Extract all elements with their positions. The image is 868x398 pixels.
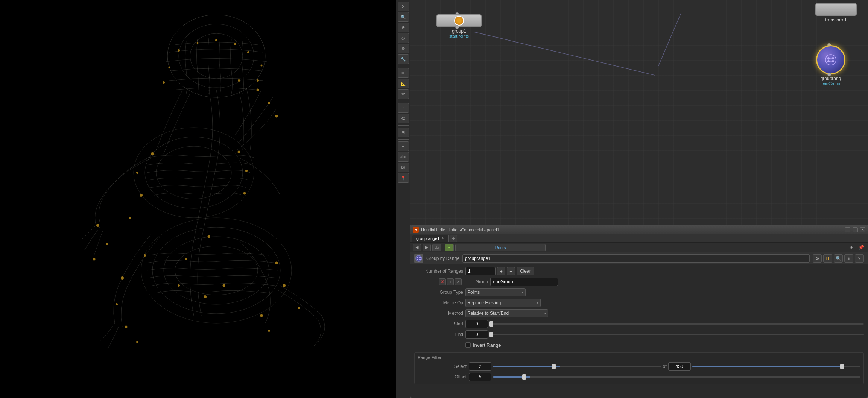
node-group1-sublabel: startPoints xyxy=(449,34,469,38)
start-slider-handle[interactable] xyxy=(489,321,493,327)
select-slider-handle[interactable] xyxy=(552,364,556,369)
svg-point-5 xyxy=(156,146,231,199)
toolbar-btn-circle[interactable]: ◎ xyxy=(398,33,409,43)
method-select[interactable]: Relative to Start/End Absolute xyxy=(465,309,548,317)
svg-point-63 xyxy=(419,259,421,260)
param-number-of-ranges: Number of Ranges + − Clear xyxy=(414,267,864,276)
param-row-icons: ✕ + ✓ xyxy=(414,278,463,285)
tab-grouprange1[interactable]: grouprange1 ✕ xyxy=(412,235,449,242)
end-value xyxy=(465,330,864,339)
svg-point-13 xyxy=(234,43,236,45)
svg-point-27 xyxy=(106,243,108,245)
svg-point-21 xyxy=(136,172,138,174)
svg-point-36 xyxy=(298,307,300,309)
nav-back-button[interactable]: ◀ xyxy=(413,244,421,251)
gear-action-button[interactable]: ⚙ xyxy=(813,254,822,263)
node-grouprange-sublabel: endGroup xyxy=(822,81,840,86)
toolbar-btn-42[interactable]: 42 xyxy=(398,114,409,123)
of-slider-handle[interactable] xyxy=(840,364,844,369)
start-input[interactable] xyxy=(465,320,488,328)
node-group1-label: group1 xyxy=(452,29,466,34)
row-add-button[interactable]: + xyxy=(447,278,454,285)
toolbar-btn-pin[interactable]: 📍 xyxy=(398,173,409,183)
select-label: Select xyxy=(418,364,467,369)
svg-point-45 xyxy=(204,295,207,298)
svg-point-34 xyxy=(275,262,278,264)
row-delete-button[interactable]: ✕ xyxy=(439,278,446,285)
tab-close-icon[interactable]: ✕ xyxy=(442,236,445,240)
clear-button[interactable]: Clear xyxy=(517,267,534,275)
maximize-button[interactable]: □ xyxy=(853,227,858,232)
number-of-ranges-input[interactable] xyxy=(465,267,496,275)
merge-op-select[interactable]: Replace Existing Union Intersect Subtrac… xyxy=(465,299,541,307)
search-action-button[interactable]: 🔍 xyxy=(834,254,843,263)
nav-path-display[interactable]: Roots xyxy=(455,244,546,251)
node-group1[interactable]: group1 startPoints xyxy=(436,14,482,38)
select-value-row: of xyxy=(469,362,860,371)
toolbar-btn-grid[interactable]: ⊞ xyxy=(398,128,409,137)
offset-label: Offset xyxy=(418,374,467,380)
row-confirm-button[interactable]: ✓ xyxy=(455,278,462,285)
end-input[interactable] xyxy=(465,330,488,339)
node-grouprange[interactable]: grouprang endGroup xyxy=(816,45,845,86)
group-value xyxy=(490,278,864,286)
ranges-decrement-button[interactable]: − xyxy=(507,267,515,275)
nav-action-icon[interactable]: ⊞ xyxy=(847,244,856,251)
houdini-h-button[interactable]: H xyxy=(823,254,832,263)
svg-point-22 xyxy=(245,170,248,172)
toolbar-btn-arrows[interactable]: ↕ xyxy=(398,103,409,113)
toolbar-btn-minus[interactable]: − xyxy=(398,141,409,151)
svg-point-8 xyxy=(164,237,269,304)
svg-point-18 xyxy=(257,79,259,82)
group-type-select[interactable]: Points Primitives Edges xyxy=(465,288,526,296)
node-graph[interactable]: transform1 group1 startPoints xyxy=(410,0,868,225)
svg-point-41 xyxy=(275,115,278,118)
svg-point-23 xyxy=(140,194,143,197)
svg-point-11 xyxy=(197,42,199,44)
select-slider[interactable] xyxy=(493,366,661,367)
grouprange-conn-bottom xyxy=(827,73,831,76)
help-action-button[interactable]: ? xyxy=(855,254,864,263)
toolbar-btn-image[interactable]: 🖼 xyxy=(398,163,409,172)
nav-pin-icon[interactable]: 📌 xyxy=(857,244,865,251)
toolbar-btn-12[interactable]: 12 xyxy=(398,89,409,99)
offset-input[interactable] xyxy=(469,373,491,381)
ranges-increment-button[interactable]: + xyxy=(497,267,505,275)
tab-label: grouprange1 xyxy=(416,236,439,241)
start-slider[interactable] xyxy=(489,323,864,325)
node-transform1[interactable]: transform1 xyxy=(815,3,857,23)
nav-forward-button[interactable]: ▶ xyxy=(423,244,431,251)
select-input[interactable] xyxy=(469,362,491,371)
toolbar-btn-text[interactable]: abc xyxy=(398,152,409,162)
nav-roots-indicator: ● xyxy=(448,246,450,249)
toolbar-btn-wrench[interactable]: 🔧 xyxy=(398,54,409,64)
toolbar-btn-gear[interactable]: ⚙ xyxy=(398,44,409,53)
toolbar-btn-close[interactable]: ✕ xyxy=(398,2,409,11)
toolbar-btn-ruler[interactable]: 📐 xyxy=(398,79,409,88)
number-of-ranges-label: Number of Ranges xyxy=(414,269,463,274)
close-button[interactable]: ✕ xyxy=(860,227,865,232)
add-tab-button[interactable]: + xyxy=(450,235,457,242)
svg-point-42 xyxy=(238,79,240,82)
toolbar-btn-pencil[interactable]: ✏ xyxy=(398,68,409,78)
offset-slider-handle[interactable] xyxy=(522,374,526,380)
houdini-logo: H xyxy=(413,227,419,233)
toolbar-btn-plus[interactable]: ⊕ xyxy=(398,23,409,32)
node-name-field[interactable]: grouprange1 xyxy=(462,254,810,263)
info-action-button[interactable]: ℹ xyxy=(844,254,853,263)
group-input[interactable] xyxy=(490,278,558,286)
svg-point-37 xyxy=(260,314,263,317)
end-slider[interactable] xyxy=(489,334,864,335)
of-slider[interactable] xyxy=(692,366,861,367)
invert-range-checkbox[interactable] xyxy=(465,342,471,348)
toolbar-sep-3 xyxy=(398,125,409,126)
minimize-button[interactable]: ─ xyxy=(845,227,850,232)
node-grouprange-label: grouprang xyxy=(821,76,841,81)
toolbar-sep-1 xyxy=(398,66,409,66)
end-slider-handle[interactable] xyxy=(489,332,493,337)
toolbar-btn-zoom[interactable]: 🔍 xyxy=(398,12,409,22)
offset-slider[interactable] xyxy=(493,376,860,378)
of-input[interactable] xyxy=(668,362,691,371)
svg-point-3 xyxy=(134,128,254,218)
method-value: Relative to Start/End Absolute xyxy=(465,309,864,317)
